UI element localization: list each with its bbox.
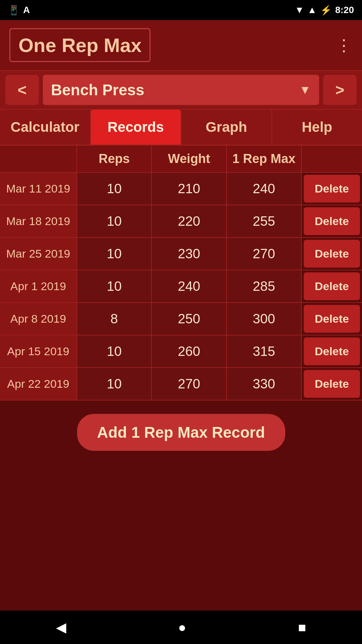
cell-one-rep-max-0: 240 (227, 173, 302, 205)
cell-reps-5: 10 (77, 335, 152, 367)
cell-one-rep-max-5: 315 (227, 335, 302, 367)
cell-date-1: Mar 18 2019 (0, 205, 77, 237)
cell-weight-2: 230 (152, 238, 227, 270)
delete-button-2[interactable]: Delete (304, 240, 360, 268)
delete-button-1[interactable]: Delete (304, 207, 360, 235)
col-header-reps: Reps (77, 146, 152, 172)
prev-exercise-button[interactable]: < (5, 75, 39, 105)
records-area: Reps Weight 1 Rep Max Mar 11 2019 10 210… (0, 146, 362, 610)
clock: 8:20 (335, 5, 354, 15)
cell-weight-1: 220 (152, 205, 227, 237)
cell-reps-1: 10 (77, 205, 152, 237)
delete-button-3[interactable]: Delete (304, 272, 360, 300)
cell-one-rep-max-4: 300 (227, 303, 302, 335)
table-row: Apr 1 2019 10 240 285 Delete (0, 270, 362, 303)
cell-one-rep-max-3: 285 (227, 270, 302, 302)
cell-reps-3: 10 (77, 270, 152, 302)
cell-one-rep-max-2: 270 (227, 238, 302, 270)
cell-date-4: Apr 8 2019 (0, 303, 77, 335)
accessibility-icon: A (23, 5, 30, 15)
cell-weight-4: 250 (152, 303, 227, 335)
cell-weight-0: 210 (152, 173, 227, 205)
col-header-weight: Weight (152, 146, 227, 172)
delete-button-6[interactable]: Delete (304, 370, 360, 398)
tab-help[interactable]: Help (272, 110, 362, 145)
cell-one-rep-max-1: 255 (227, 205, 302, 237)
cell-date-2: Mar 25 2019 (0, 238, 77, 270)
cell-date-6: Apr 22 2019 (0, 368, 77, 400)
cell-reps-0: 10 (77, 173, 152, 205)
cell-reps-2: 10 (77, 238, 152, 270)
bottom-nav: ◀ ● ■ (0, 610, 362, 644)
status-right-icons: ▼ ▲ ⚡ 8:20 (295, 5, 354, 16)
cell-weight-3: 240 (152, 270, 227, 302)
add-record-button[interactable]: Add 1 Rep Max Record (77, 414, 285, 451)
app-header: One Rep Max ⋮ (0, 20, 362, 70)
next-exercise-button[interactable]: > (323, 75, 357, 105)
table-row: Apr 8 2019 8 250 300 Delete (0, 303, 362, 335)
delete-button-0[interactable]: Delete (304, 175, 360, 203)
status-left-icons: 📱 A (8, 5, 30, 16)
cell-weight-6: 270 (152, 368, 227, 400)
delete-button-4[interactable]: Delete (304, 305, 360, 333)
table-row: Mar 11 2019 10 210 240 Delete (0, 173, 362, 205)
overflow-menu-button[interactable]: ⋮ (336, 36, 353, 55)
app-title: One Rep Max (18, 34, 141, 56)
sim-card-icon: 📱 (8, 5, 20, 16)
dropdown-arrow-icon: ▼ (299, 83, 311, 97)
back-button[interactable]: ◀ (46, 616, 76, 638)
cell-date-5: Apr 15 2019 (0, 335, 77, 367)
recent-apps-button[interactable]: ■ (288, 616, 316, 638)
col-header-action (302, 146, 362, 172)
tab-bar: Calculator Records Graph Help (0, 110, 362, 146)
wifi-icon: ▼ (295, 5, 304, 15)
col-header-one-rep-max: 1 Rep Max (227, 146, 302, 172)
exercise-name: Bench Press (51, 81, 144, 99)
tab-graph[interactable]: Graph (181, 110, 272, 145)
delete-button-5[interactable]: Delete (304, 337, 360, 365)
table-row: Mar 25 2019 10 230 270 Delete (0, 238, 362, 270)
battery-icon: ⚡ (320, 5, 332, 16)
table-row: Apr 15 2019 10 260 315 Delete (0, 335, 362, 368)
data-rows: Mar 11 2019 10 210 240 Delete Mar 18 201… (0, 173, 362, 400)
status-bar: 📱 A ▼ ▲ ⚡ 8:20 (0, 0, 362, 20)
col-header-date (0, 146, 77, 172)
home-button[interactable]: ● (168, 616, 196, 638)
table-row: Mar 18 2019 10 220 255 Delete (0, 205, 362, 238)
cell-date-3: Apr 1 2019 (0, 270, 77, 302)
cell-one-rep-max-6: 330 (227, 368, 302, 400)
cell-weight-5: 260 (152, 335, 227, 367)
table-row: Apr 22 2019 10 270 330 Delete (0, 368, 362, 400)
cell-reps-6: 10 (77, 368, 152, 400)
tab-records[interactable]: Records (91, 110, 182, 145)
cell-reps-4: 8 (77, 303, 152, 335)
tab-calculator[interactable]: Calculator (0, 110, 91, 145)
table-header-row: Reps Weight 1 Rep Max (0, 146, 362, 173)
cell-date-0: Mar 11 2019 (0, 173, 77, 205)
exercise-selector: < Bench Press ▼ > (0, 70, 362, 110)
signal-icon: ▲ (307, 5, 317, 15)
exercise-dropdown[interactable]: Bench Press ▼ (43, 75, 319, 105)
app-title-box: One Rep Max (9, 28, 150, 62)
